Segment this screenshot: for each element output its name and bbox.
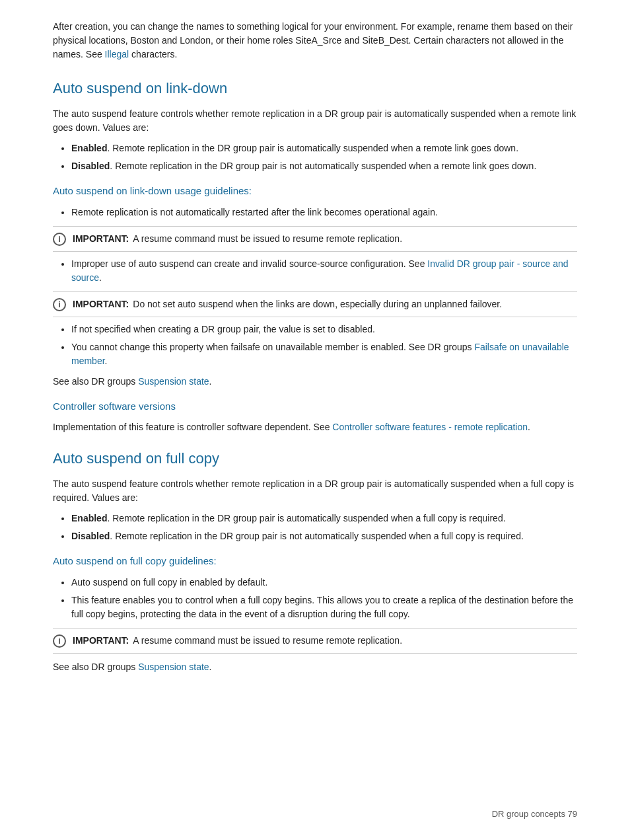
important2-label: IMPORTANT: (73, 299, 129, 309)
controller-para: Implementation of this feature is contro… (53, 420, 577, 434)
section1-enabled-bold: Enabled (71, 143, 107, 153)
guideline2-post: . (99, 272, 102, 283)
section1-guideline1: Remote replication is not automatically … (71, 206, 577, 219)
illegal-link[interactable]: Illegal (105, 49, 129, 59)
guideline4-post: . (105, 356, 108, 366)
section1-enabled-text: . Remote replication in the DR group pai… (107, 143, 518, 153)
section2-disabled-text: . Remote replication in the DR group pai… (110, 531, 523, 541)
section2-enabled-text: . Remote replication in the DR group pai… (107, 513, 505, 523)
section1-guidelines2-list: If not specified when creating a DR grou… (71, 323, 577, 368)
section1-guideline4: You cannot change this property when fai… (71, 340, 577, 368)
info-icon-2: i (53, 298, 66, 311)
section1-subheading2: Controller software versions (53, 399, 577, 414)
section1-important1-content: IMPORTANT:A resume command must be issue… (73, 232, 402, 246)
section1-guideline3: If not specified when creating a DR grou… (71, 323, 577, 336)
page-content: After creation, you can change the names… (0, 0, 630, 727)
section1-guidelines-list: Remote replication is not automatically … (71, 206, 577, 219)
section2-guideline1: Auto suspend on full copy in enabled by … (71, 576, 577, 590)
controller-link[interactable]: Controller software features - remote re… (332, 422, 528, 432)
section-full-copy: Auto suspend on full copy The auto suspe… (53, 447, 577, 674)
intro-paragraph: After creation, you can change the names… (53, 20, 577, 61)
see-also-post: . (209, 376, 212, 387)
section1-important2-content: IMPORTANT:Do not set auto suspend when t… (73, 297, 502, 311)
guideline4-pre: You cannot change this property when fai… (71, 342, 474, 352)
info-icon-3: i (53, 634, 66, 648)
section1-important1: i IMPORTANT:A resume command must be iss… (53, 226, 577, 252)
section-link-down: Auto suspend on link-down The auto suspe… (53, 77, 577, 434)
section1-disabled-bold: Disabled (71, 161, 110, 171)
section2-guidelines-list: Auto suspend on full copy in enabled by … (71, 576, 577, 621)
important1-text: A resume command must be issued to resum… (133, 233, 402, 244)
section2-disabled-bold: Disabled (71, 531, 110, 541)
section1-important2: i IMPORTANT:Do not set auto suspend when… (53, 291, 577, 317)
intro-text2: characters. (129, 49, 177, 59)
section1-enabled-item: Enabled. Remote replication in the DR gr… (71, 141, 577, 155)
section2-enabled-item: Enabled. Remote replication in the DR gr… (71, 512, 577, 525)
section2-see-also: See also DR groups Suspension state. (53, 660, 577, 674)
section1-subheading1: Auto suspend on link-down usage guidelin… (53, 184, 577, 199)
section2-guideline2: This feature enables you to control when… (71, 593, 577, 621)
section1-intro: The auto suspend feature controls whethe… (53, 107, 577, 135)
info-icon-1: i (53, 233, 66, 246)
section2-important-content: IMPORTANT:A resume command must be issue… (73, 634, 402, 648)
section1-guideline2-list: Improper use of auto suspend can create … (71, 257, 577, 285)
important2-text: Do not set auto suspend when the links a… (133, 299, 502, 309)
suspension-state-link1[interactable]: Suspension state (138, 376, 209, 387)
section2-see-also-pre: See also DR groups (53, 662, 138, 672)
section2-see-also-post: . (209, 662, 212, 672)
section2-intro: The auto suspend feature controls whethe… (53, 477, 577, 505)
section1-heading: Auto suspend on link-down (53, 77, 577, 99)
section2-disabled-item: Disabled. Remote replication in the DR g… (71, 529, 577, 543)
section1-values-list: Enabled. Remote replication in the DR gr… (71, 141, 577, 173)
section2-subheading: Auto suspend on full copy guidelines: (53, 554, 577, 569)
section2-important: i IMPORTANT:A resume command must be iss… (53, 628, 577, 654)
see-also-pre: See also DR groups (53, 376, 138, 387)
controller-post: . (528, 422, 530, 432)
section2-important-label: IMPORTANT: (73, 635, 129, 646)
suspension-state-link2[interactable]: Suspension state (138, 662, 209, 672)
page-footer: DR group concepts 79 (492, 808, 577, 821)
section1-disabled-item: Disabled. Remote replication in the DR g… (71, 159, 577, 173)
guideline2-pre: Improper use of auto suspend can create … (71, 258, 427, 269)
section2-heading: Auto suspend on full copy (53, 447, 577, 469)
controller-pre: Implementation of this feature is contro… (53, 422, 332, 432)
section1-see-also: See also DR groups Suspension state. (53, 375, 577, 389)
section1-disabled-text: . Remote replication in the DR group pai… (110, 161, 536, 171)
important1-label: IMPORTANT: (73, 233, 129, 244)
section2-enabled-bold: Enabled (71, 513, 107, 523)
section1-guideline2: Improper use of auto suspend can create … (71, 257, 577, 285)
section2-important-text: A resume command must be issued to resum… (133, 635, 402, 646)
section2-values-list: Enabled. Remote replication in the DR gr… (71, 512, 577, 543)
